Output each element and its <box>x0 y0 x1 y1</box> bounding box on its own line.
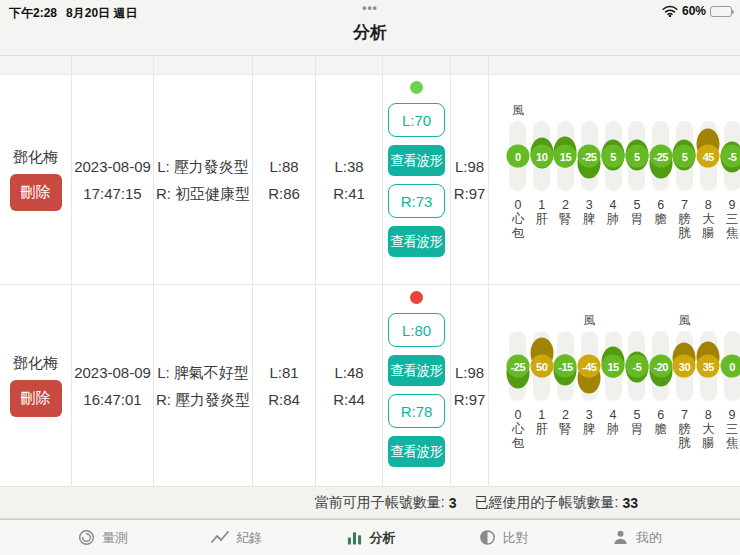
cell-score-2: L:48 R:44 <box>316 285 383 487</box>
score-l: L:38 <box>334 153 363 180</box>
meridian-name: 膽 <box>653 212 668 226</box>
trend-line-icon <box>211 530 229 545</box>
cell-datetime: 2023-08-09 16:47:01 <box>72 285 154 487</box>
view-waveform-button[interactable]: 查看波形 <box>388 355 445 386</box>
meridian-index: 7 <box>681 198 688 212</box>
tab-records[interactable]: 紀錄 <box>211 529 262 547</box>
meridian-name: 肺 <box>606 212 621 226</box>
cell-score-1: L:88 R:86 <box>253 75 316 285</box>
delete-button[interactable]: 刪除 <box>10 174 62 211</box>
pill-value-circle: 30 <box>673 355 696 378</box>
pill-value-circle: 5 <box>673 145 696 168</box>
delete-button[interactable]: 刪除 <box>10 380 62 417</box>
pill-value-circle: -5 <box>625 355 648 378</box>
meridian-name: 肝 <box>534 212 549 226</box>
status-bar-right: 60% <box>662 4 732 18</box>
meridian-index: 8 <box>705 198 712 212</box>
wave-left-button[interactable]: L:80 <box>388 313 445 347</box>
meridian-pill: 55胃 <box>625 103 649 226</box>
cell-user: 鄧化梅 刪除 <box>0 75 72 285</box>
table-row: 鄧化梅 刪除 2023-08-09 16:47:01 L: 脾氣不好型 R: 壓… <box>0 285 740 487</box>
meridian-name: 胃 <box>629 212 644 226</box>
type-left: L: 壓力發炎型 <box>157 153 249 180</box>
pill-track: 5 <box>628 121 645 191</box>
meridian-index: 5 <box>633 408 640 422</box>
score-l: L:81 <box>269 359 298 386</box>
pill-value-circle: 35 <box>697 355 720 378</box>
meridian-name: 肝 <box>534 422 549 436</box>
meridian-name: 肺 <box>606 422 621 436</box>
pill-track: -25 <box>509 331 526 401</box>
meridian-index: 6 <box>657 198 664 212</box>
bar-chart-icon <box>346 529 363 546</box>
record-date: 2023-08-09 <box>74 153 151 180</box>
meridian-index: 6 <box>657 408 664 422</box>
pill-value-circle: 50 <box>530 355 553 378</box>
meridian-pill: 09三焦 <box>720 313 740 450</box>
meridian-name: 大腸 <box>701 422 716 450</box>
meridian-index: 1 <box>538 198 545 212</box>
score-r: R:84 <box>268 386 300 413</box>
view-waveform-button[interactable]: 查看波形 <box>388 436 445 467</box>
view-waveform-button[interactable]: 查看波形 <box>388 226 445 257</box>
wind-label: 風 <box>678 313 690 330</box>
score-r: R:97 <box>454 180 486 207</box>
tab-compare[interactable]: 比對 <box>479 529 529 547</box>
cell-datetime: 2023-08-09 17:47:15 <box>72 75 154 285</box>
wifi-icon <box>662 5 678 17</box>
score-r: R:41 <box>333 180 365 207</box>
bottom-tab-bar: 量測 紀錄 分析 比對 我的 <box>0 519 740 555</box>
used-subaccounts-label: 已經使用的子帳號數量: <box>475 494 619 512</box>
wave-right-button[interactable]: R:73 <box>388 184 445 218</box>
score-r: R:44 <box>333 386 365 413</box>
pill-value-circle: 0 <box>506 145 529 168</box>
status-date: 8月20日 週日 <box>66 5 137 22</box>
type-right: R: 初亞健康型 <box>156 180 250 207</box>
wave-right-button[interactable]: R:78 <box>388 394 445 428</box>
meridian-index: 0 <box>514 198 521 212</box>
meridian-pill: -256膽 <box>649 103 673 226</box>
pill-track: 0 <box>509 121 526 191</box>
pill-value-circle: -25 <box>506 355 529 378</box>
page-title: 分析 <box>353 21 387 44</box>
cell-user: 鄧化梅 刪除 <box>0 285 72 487</box>
user-name: 鄧化梅 <box>13 354 58 373</box>
meridian-name: 心包 <box>510 422 525 450</box>
used-subaccounts-value: 33 <box>622 495 638 511</box>
pill-value-circle: -45 <box>578 355 601 378</box>
meridian-name: 大腸 <box>701 212 716 240</box>
gauge-icon <box>78 529 95 546</box>
available-subaccounts-label: 當前可用子帳號數量: <box>315 494 445 512</box>
pill-value-circle: 15 <box>602 355 625 378</box>
meridian-index: 4 <box>610 408 617 422</box>
meridian-name: 脾 <box>582 212 597 226</box>
view-waveform-button[interactable]: 查看波形 <box>388 145 445 176</box>
status-indicator-dot <box>410 81 423 94</box>
meridian-name: 三焦 <box>725 422 740 450</box>
status-bar-left: 下午2:28 8月20日 週日 <box>9 5 137 22</box>
tab-measure[interactable]: 量測 <box>78 529 128 547</box>
pill-track: -15 <box>557 331 574 401</box>
meridian-index: 2 <box>562 408 569 422</box>
pill-track: 50 <box>533 331 550 401</box>
meridian-index: 2 <box>562 198 569 212</box>
pill-value-circle: 10 <box>530 145 553 168</box>
score-r: R:86 <box>268 180 300 207</box>
analysis-table: 鄧化梅 刪除 2023-08-09 17:47:15 L: 壓力發炎型 R: 初… <box>0 55 740 487</box>
meridian-name: 腎 <box>558 422 573 436</box>
battery-icon <box>710 6 732 17</box>
meridian-name: 三焦 <box>725 212 740 240</box>
meridian-name: 心包 <box>510 212 525 240</box>
pill-track: -25 <box>581 121 598 191</box>
pill-track: 45 <box>700 121 717 191</box>
meridian-index: 9 <box>729 198 736 212</box>
meridian-pill: 57膀胱 <box>673 103 697 240</box>
meridian-pill: 101肝 <box>530 103 554 226</box>
pill-value-circle: 5 <box>625 145 648 168</box>
pill-track: 10 <box>533 121 550 191</box>
wave-left-button[interactable]: L:70 <box>388 103 445 137</box>
tab-analysis[interactable]: 分析 <box>346 529 396 547</box>
pill-value-circle: -15 <box>554 355 577 378</box>
tab-mine[interactable]: 我的 <box>612 529 662 547</box>
cell-score-3: L:98 R:97 <box>451 285 489 487</box>
